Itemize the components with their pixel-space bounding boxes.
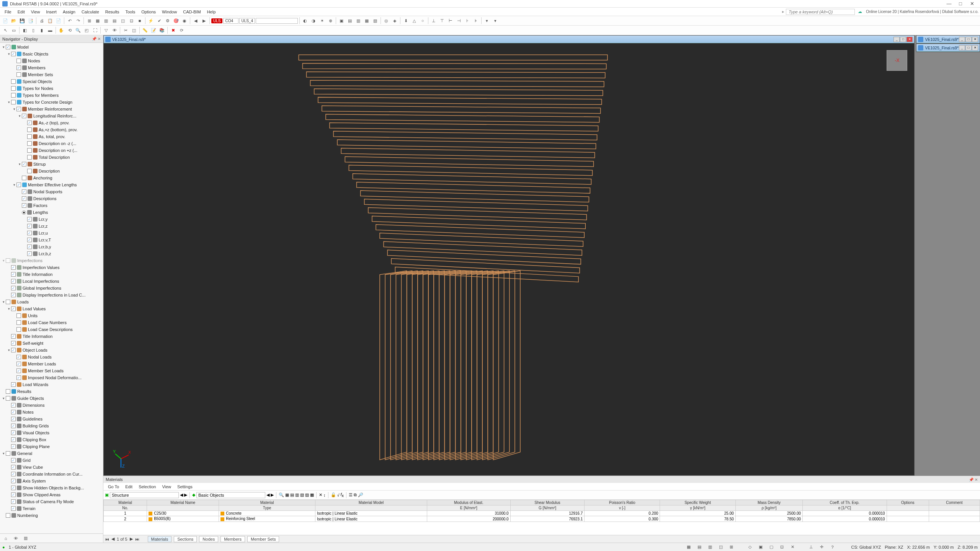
tree-item[interactable]: ▾Model: [0, 44, 103, 51]
tree-item[interactable]: Lcr,y: [0, 216, 103, 223]
view1-icon[interactable]: ▾: [483, 17, 491, 24]
save-icon[interactable]: 💾: [18, 17, 26, 24]
next2-icon[interactable]: ▶: [271, 492, 274, 497]
undo-icon[interactable]: ↶: [66, 17, 74, 24]
tree-item[interactable]: As,+z (bottom), prov.: [0, 126, 103, 133]
menu-view[interactable]: View: [28, 9, 43, 15]
tool-i-icon[interactable]: ▧: [371, 17, 379, 24]
tree-item[interactable]: Building Grids: [0, 422, 103, 429]
tree-item[interactable]: Self-weight: [0, 340, 103, 347]
sb-help-icon[interactable]: ?: [829, 544, 836, 551]
tree-item[interactable]: Members: [0, 64, 103, 71]
view-front-icon[interactable]: ▯: [29, 26, 37, 34]
open-icon[interactable]: 📂: [10, 17, 18, 24]
visibility-icon[interactable]: 👁: [111, 26, 118, 34]
tree-item[interactable]: Show Hidden Objects in Backg...: [0, 484, 103, 491]
tool-j-icon[interactable]: ◎: [382, 17, 390, 24]
tree-item[interactable]: Units: [0, 312, 103, 319]
tool-f-icon[interactable]: ▤: [346, 17, 354, 24]
tree-item[interactable]: ▾General: [0, 450, 103, 457]
tab-members[interactable]: Members: [220, 536, 245, 542]
tree-item[interactable]: Terrain: [0, 505, 103, 512]
zoom-icon[interactable]: 🔍: [74, 26, 82, 34]
sb-snap4-icon[interactable]: ⊡: [779, 544, 786, 551]
tree-item[interactable]: ▾Object Loads: [0, 347, 103, 354]
menu-edit[interactable]: Edit: [15, 9, 28, 15]
report-icon[interactable]: 📄: [55, 17, 62, 24]
pan-icon[interactable]: ✋: [57, 26, 65, 34]
tab-materials[interactable]: Materials: [148, 536, 172, 542]
tool-k-icon[interactable]: ◈: [391, 17, 399, 24]
note-icon[interactable]: 📝: [150, 26, 157, 34]
view2-close[interactable]: ✕: [972, 37, 978, 42]
keyword-search[interactable]: [786, 9, 855, 15]
tree-item[interactable]: Title Information: [0, 333, 103, 340]
tree-item[interactable]: Nodal Loads: [0, 354, 103, 360]
tb-i-icon[interactable]: ↕: [323, 493, 326, 497]
tree-item[interactable]: Types for Members: [0, 92, 103, 99]
tree-item[interactable]: ▾Types for Concrete Design: [0, 99, 103, 106]
tree-item[interactable]: Show Clipped Areas: [0, 491, 103, 498]
nav-last-icon[interactable]: ⏭: [135, 537, 139, 541]
view2-icon[interactable]: ▾: [492, 17, 499, 24]
view1-header[interactable]: VE1025_Final.rs9* _ □ ✕: [104, 36, 914, 43]
menu-calculate[interactable]: Calculate: [78, 9, 102, 15]
tree-item[interactable]: Member Sets: [0, 71, 103, 78]
cut-plane-icon[interactable]: ✂: [122, 26, 129, 34]
menu-options[interactable]: Options: [138, 9, 159, 15]
view-top-icon[interactable]: ▬: [46, 26, 54, 34]
tree-item[interactable]: Lcr,b,z: [0, 250, 103, 257]
sections-icon[interactable]: ▤: [111, 17, 118, 24]
tree-item[interactable]: Visual Objects: [0, 429, 103, 436]
tb-k-icon[interactable]: √: [337, 493, 340, 497]
del-red-icon[interactable]: ✖: [169, 26, 177, 34]
view2-header[interactable]: VE1025_Final.rs9* _ □ ✕: [916, 36, 980, 43]
tb-b-icon[interactable]: ▦: [285, 492, 289, 497]
tree-item[interactable]: ▾Loads: [0, 298, 103, 305]
design-icon[interactable]: ◉: [181, 17, 188, 24]
menu-assign[interactable]: Assign: [60, 9, 78, 15]
menu-cad-bim[interactable]: CAD-BIM: [180, 9, 204, 15]
tree-item[interactable]: ▾Member Reinforcement: [0, 106, 103, 112]
tree-item[interactable]: Status of Camera Fly Mode: [0, 498, 103, 505]
tb-e-icon[interactable]: ▧: [300, 492, 304, 497]
tree-item[interactable]: ▾Load Values: [0, 305, 103, 312]
nav-eye-icon[interactable]: 👁: [12, 535, 19, 542]
sb-5-icon[interactable]: ⊞: [728, 544, 735, 551]
refresh-icon[interactable]: ⟳: [178, 26, 185, 34]
menu-window[interactable]: Window: [159, 9, 180, 15]
view1-min[interactable]: _: [893, 37, 900, 42]
tb-g-icon[interactable]: ▩: [310, 492, 314, 497]
tree-item[interactable]: Nodes: [0, 57, 103, 64]
tree-item[interactable]: Guidelines: [0, 416, 103, 422]
tree-item[interactable]: Global Imperfections: [0, 285, 103, 292]
redo-icon[interactable]: ↷: [74, 17, 82, 24]
table-category-combo[interactable]: Structure: [110, 492, 179, 498]
tree-item[interactable]: Anchoring: [0, 174, 103, 181]
tree-item[interactable]: Local Imperfections: [0, 278, 103, 285]
sb-snap1-icon[interactable]: ◇: [746, 544, 753, 551]
sb-ortho-icon[interactable]: ⊥: [808, 544, 815, 551]
close-button[interactable]: ✕: [966, 1, 978, 7]
view-iso-icon[interactable]: ◧: [21, 26, 29, 34]
sb-4-icon[interactable]: ◫: [717, 544, 724, 551]
tree-item[interactable]: ▾Basic Objects: [0, 51, 103, 57]
tree-item[interactable]: Notes: [0, 409, 103, 416]
zoom-fit-icon[interactable]: ⛶: [91, 26, 99, 34]
view-side-icon[interactable]: ▮: [38, 26, 46, 34]
tab-member-sets[interactable]: Member Sets: [247, 536, 279, 542]
tree-item[interactable]: ▾Stirrup: [0, 161, 103, 168]
materials-pin-icon[interactable]: 📌 ✕: [969, 478, 978, 482]
sel-arrow-icon[interactable]: ↖: [2, 26, 9, 34]
filter-icon[interactable]: ▽: [102, 26, 110, 34]
view1-viewport[interactable]: -X XYZ: [104, 43, 914, 475]
tree-item[interactable]: Imposed Nodal Deformatio...: [0, 374, 103, 381]
tree-item[interactable]: Axis System: [0, 478, 103, 484]
tool-g-icon[interactable]: ▥: [354, 17, 362, 24]
check-icon[interactable]: ✔: [155, 17, 163, 24]
tree-item[interactable]: Imperfection Values: [0, 264, 103, 271]
display-tree[interactable]: ▾Model▾Basic ObjectsNodesMembersMember S…: [0, 43, 103, 533]
tab-sections[interactable]: Sections: [174, 536, 197, 542]
tree-item[interactable]: Total Description: [0, 154, 103, 161]
tree-item[interactable]: Lcr,u: [0, 230, 103, 236]
